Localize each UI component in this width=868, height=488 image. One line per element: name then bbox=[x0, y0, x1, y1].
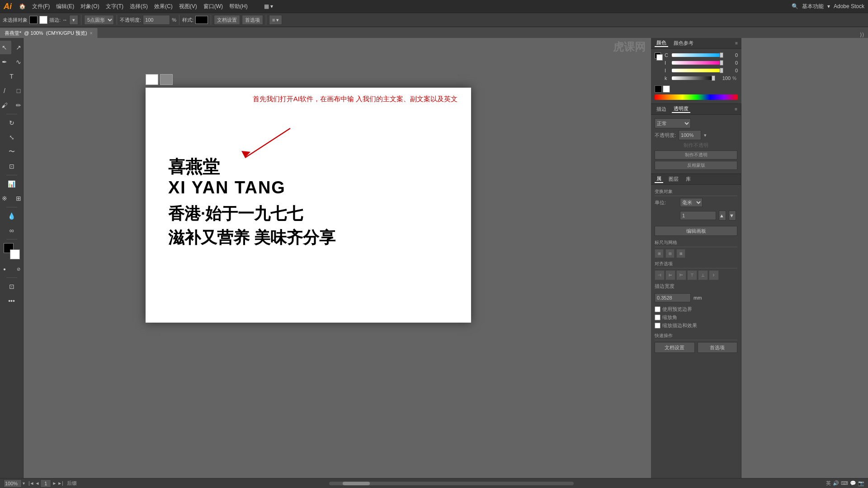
menu-view[interactable]: 视图(V) bbox=[176, 2, 200, 11]
black-swatch[interactable] bbox=[655, 85, 662, 93]
opacity-input[interactable] bbox=[143, 15, 170, 25]
align-top[interactable]: ⊤ bbox=[687, 270, 697, 280]
eyedropper-tool[interactable]: 💧 bbox=[5, 209, 19, 223]
width-stepper-up[interactable]: ▲ bbox=[719, 211, 726, 221]
swatch-gray[interactable] bbox=[160, 74, 173, 85]
rotate-tool[interactable]: ↻ bbox=[5, 116, 19, 130]
align-center-v[interactable]: ⊥ bbox=[698, 270, 708, 280]
y-slider[interactable] bbox=[672, 69, 722, 72]
more-tools-btn[interactable]: ••• bbox=[5, 294, 19, 308]
menu-layout-icon[interactable]: ▦ ▾ bbox=[261, 2, 276, 10]
libs-tab[interactable]: 库 bbox=[684, 176, 693, 183]
menu-object[interactable]: 对象(O) bbox=[78, 2, 102, 11]
invert-mask-btn[interactable]: 反相蒙版 bbox=[655, 161, 737, 170]
grid-icon-1[interactable]: ⊞ bbox=[655, 249, 664, 258]
free-transform-tool[interactable]: ⊡ bbox=[5, 160, 19, 173]
width-stepper-down[interactable]: ▼ bbox=[729, 211, 736, 221]
align-center-h[interactable]: ⊨ bbox=[665, 270, 675, 280]
background-color[interactable] bbox=[10, 249, 20, 259]
unit-label: 单位: bbox=[655, 199, 677, 206]
opacity-trans-chevron[interactable]: ▾ bbox=[704, 132, 707, 138]
align-right[interactable]: ⊢ bbox=[676, 270, 686, 280]
menu-select[interactable]: 选择(S) bbox=[127, 2, 151, 11]
zoom-dropdown[interactable]: ▾ bbox=[23, 481, 25, 486]
horizontal-scrollbar[interactable] bbox=[329, 482, 574, 485]
grid-icon-3[interactable]: ⊠ bbox=[676, 249, 685, 258]
workspace-dropdown[interactable]: ▾ bbox=[827, 3, 830, 9]
stroke-width-dropdown[interactable]: ▾ bbox=[69, 15, 78, 25]
menu-help[interactable]: 帮助(H) bbox=[226, 2, 250, 11]
white-swatch[interactable] bbox=[663, 85, 670, 93]
scroll-thumb[interactable] bbox=[343, 482, 370, 485]
zoom-input[interactable] bbox=[4, 479, 22, 488]
stroke-tab[interactable]: 描边 bbox=[655, 106, 668, 113]
stroke-panel-header[interactable]: 描边 透明度 ≡ bbox=[651, 104, 741, 115]
preferences-btn[interactable]: 首选项 bbox=[242, 15, 263, 25]
m-slider[interactable] bbox=[672, 61, 722, 65]
tab-close-btn[interactable]: × bbox=[90, 31, 93, 36]
swatch-white[interactable] bbox=[146, 74, 158, 85]
menu-home[interactable]: 🏠 bbox=[16, 2, 28, 10]
doc-settings-btn[interactable]: 文档设置 bbox=[214, 15, 240, 25]
arrange-btn[interactable]: ≡ ▾ bbox=[269, 15, 282, 25]
chart-tool[interactable]: 📊 bbox=[5, 177, 19, 191]
unit-select[interactable]: 毫米 bbox=[680, 198, 703, 207]
menu-edit[interactable]: 编辑(E) bbox=[53, 2, 77, 11]
text-tool[interactable]: T bbox=[5, 70, 19, 83]
last-page-btn[interactable]: ►| bbox=[57, 481, 63, 486]
color-gradient-bar[interactable] bbox=[655, 94, 738, 100]
toolbar-stroke-swatch[interactable] bbox=[39, 16, 47, 24]
points-select[interactable]: 5点圆形 bbox=[84, 15, 114, 25]
symbol-tool[interactable]: ※ bbox=[0, 192, 11, 205]
quick-actions-title: 快速操作 bbox=[655, 333, 737, 340]
menu-window[interactable]: 窗口(W) bbox=[201, 2, 226, 11]
page-input[interactable] bbox=[40, 479, 51, 488]
scale-strokes-check[interactable] bbox=[655, 323, 660, 328]
scale-corners-check[interactable] bbox=[655, 314, 660, 320]
line-tool[interactable]: / bbox=[0, 84, 11, 98]
make-opacity-btn[interactable]: 制作不透明 bbox=[655, 150, 737, 160]
fg-color-box[interactable] bbox=[655, 52, 663, 61]
style-swatch[interactable] bbox=[195, 16, 208, 24]
document-tab[interactable]: 喜燕堂* @ 100% (CMYK/GPU 预览) × bbox=[0, 28, 98, 38]
panels-collapse-btn[interactable]: ⟩⟩ bbox=[856, 32, 868, 38]
qa-doc-settings-btn[interactable]: 文档设置 bbox=[655, 342, 695, 353]
pen-tool[interactable]: ✒ bbox=[0, 55, 11, 69]
color-panel-collapse[interactable]: ≡ bbox=[735, 41, 738, 46]
paintbrush-tool[interactable]: 🖌 bbox=[0, 99, 11, 112]
first-page-btn[interactable]: |◄ bbox=[28, 481, 34, 486]
toolbar-fill-swatch[interactable] bbox=[29, 16, 38, 24]
stroke-label: 描边: bbox=[49, 17, 61, 23]
menu-effect[interactable]: 效果(C) bbox=[151, 2, 175, 11]
opacity-trans-input[interactable] bbox=[679, 130, 701, 140]
selection-tool[interactable]: ↖ bbox=[0, 41, 11, 54]
props-tab[interactable]: 属 bbox=[655, 175, 663, 183]
grid-icon-2[interactable]: ⊟ bbox=[665, 249, 675, 258]
next-page-btn[interactable]: ► bbox=[52, 481, 57, 486]
edit-artboard-btn[interactable]: 编辑画板 bbox=[655, 226, 737, 236]
color-ref-tab[interactable]: 颜色参考 bbox=[672, 40, 695, 47]
layers-tab[interactable]: 图层 bbox=[667, 176, 680, 183]
color-panel-header[interactable]: 颜色 颜色参考 ≡ bbox=[651, 38, 741, 49]
blend-mode-select[interactable]: 正常 bbox=[655, 118, 691, 128]
preview-bounds-check[interactable] bbox=[655, 306, 660, 312]
blend-tool[interactable]: ∞ bbox=[5, 224, 19, 237]
prev-page-btn[interactable]: ◄ bbox=[35, 481, 40, 486]
menu-file[interactable]: 文件(F) bbox=[29, 2, 52, 11]
color-tab[interactable]: 颜色 bbox=[655, 39, 668, 47]
search-icon[interactable]: 🔍 bbox=[792, 3, 798, 9]
width-input[interactable] bbox=[680, 211, 716, 220]
trans-panel-collapse[interactable]: ≡ bbox=[735, 107, 737, 112]
color-mode-btn[interactable]: ● bbox=[0, 262, 11, 276]
qa-preferences-btn[interactable]: 首选项 bbox=[698, 342, 738, 353]
c-slider[interactable] bbox=[672, 53, 722, 57]
screen-mode-btn[interactable]: ⊡ bbox=[5, 280, 19, 293]
warp-tool[interactable]: 〜 bbox=[5, 145, 19, 159]
k-slider[interactable] bbox=[672, 76, 715, 80]
align-left[interactable]: ⊣ bbox=[655, 270, 665, 280]
transparency-tab[interactable]: 透明度 bbox=[672, 105, 690, 113]
scale-tool[interactable]: ⤡ bbox=[5, 131, 19, 144]
stroke-val-input[interactable] bbox=[655, 293, 691, 302]
menu-text[interactable]: 文字(T) bbox=[103, 2, 126, 11]
align-bottom[interactable]: ⊦ bbox=[709, 270, 719, 280]
